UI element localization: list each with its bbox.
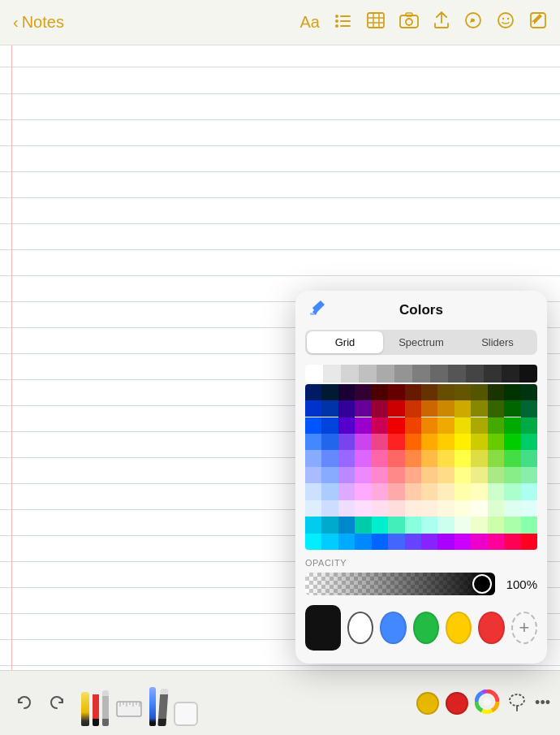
color-cell[interactable] [421, 483, 437, 499]
color-cell[interactable] [488, 434, 504, 450]
color-cell[interactable] [504, 384, 520, 400]
color-cell[interactable] [448, 365, 466, 383]
color-cell[interactable] [488, 517, 504, 533]
color-cell[interactable] [521, 384, 537, 400]
add-swatch-button[interactable]: + [511, 612, 537, 644]
color-cell[interactable] [521, 417, 537, 434]
color-cell[interactable] [437, 417, 454, 434]
color-cell[interactable] [405, 384, 421, 400]
color-cell[interactable] [405, 450, 421, 466]
color-cell[interactable] [372, 450, 388, 466]
color-cell[interactable] [437, 467, 454, 483]
color-cell[interactable] [454, 434, 471, 450]
swatch-blue[interactable] [380, 612, 406, 644]
color-cell[interactable] [321, 384, 338, 400]
emoji-icon[interactable] [497, 11, 515, 33]
color-cell[interactable] [521, 450, 537, 466]
color-cell[interactable] [504, 483, 520, 499]
color-cell[interactable] [484, 365, 502, 383]
color-cell[interactable] [471, 450, 487, 466]
color-cell[interactable] [471, 417, 487, 434]
color-cell[interactable] [394, 365, 412, 383]
color-cell[interactable] [321, 400, 338, 417]
color-cell[interactable] [388, 434, 404, 450]
notes-back-button[interactable]: Notes [22, 13, 64, 32]
color-cell[interactable] [388, 500, 404, 517]
camera-icon[interactable] [399, 12, 419, 32]
color-cell[interactable] [338, 384, 355, 400]
color-cell[interactable] [321, 417, 338, 434]
color-cell[interactable] [437, 384, 454, 400]
color-cell[interactable] [372, 384, 388, 400]
color-cell[interactable] [305, 384, 321, 400]
color-cell[interactable] [388, 384, 404, 400]
color-cell[interactable] [321, 483, 338, 499]
color-cell[interactable] [321, 434, 338, 450]
color-cell[interactable] [355, 467, 371, 483]
color-cell[interactable] [421, 534, 437, 550]
color-cell[interactable] [437, 400, 454, 417]
color-cell[interactable] [488, 467, 504, 483]
color-cell[interactable] [321, 450, 338, 466]
color-cell[interactable] [454, 384, 471, 400]
color-cell[interactable] [355, 400, 371, 417]
color-cell[interactable] [405, 400, 421, 417]
color-dot-yellow[interactable] [416, 692, 439, 715]
color-cell[interactable] [338, 534, 355, 550]
marker-yellow-tool[interactable] [81, 681, 89, 726]
color-cell[interactable] [504, 417, 520, 434]
color-cell[interactable] [412, 365, 430, 383]
color-cell[interactable] [421, 434, 437, 450]
color-cell[interactable] [338, 517, 355, 533]
color-cell[interactable] [430, 365, 448, 383]
color-cell[interactable] [321, 500, 338, 517]
color-cell[interactable] [454, 400, 471, 417]
color-cell[interactable] [519, 365, 537, 383]
color-cell[interactable] [305, 467, 321, 483]
color-cell[interactable] [521, 400, 537, 417]
swatch-white[interactable] [347, 612, 373, 644]
color-cell[interactable] [504, 517, 520, 533]
opacity-slider[interactable] [305, 573, 495, 595]
swatch-red[interactable] [478, 612, 504, 644]
color-cell[interactable] [305, 434, 321, 450]
color-cell[interactable] [454, 534, 471, 550]
color-cell[interactable] [471, 483, 487, 499]
color-cell[interactable] [521, 500, 537, 517]
color-cell[interactable] [372, 417, 388, 434]
color-cell[interactable] [372, 517, 388, 533]
redo-button[interactable] [42, 689, 71, 718]
color-cell[interactable] [388, 450, 404, 466]
color-cell[interactable] [504, 400, 520, 417]
color-cell[interactable] [405, 483, 421, 499]
color-dot-red[interactable] [446, 692, 468, 715]
markup-icon[interactable] [464, 11, 482, 33]
more-tools-button[interactable]: ••• [535, 694, 550, 711]
color-cell[interactable] [421, 450, 437, 466]
color-cell[interactable] [388, 517, 404, 533]
color-cell[interactable] [321, 534, 338, 550]
ruler-tool[interactable] [115, 695, 143, 726]
table-icon[interactable] [367, 12, 385, 32]
color-cell-white[interactable] [305, 365, 323, 383]
color-cell[interactable] [454, 450, 471, 466]
share-icon[interactable] [433, 11, 450, 33]
color-cell[interactable] [305, 417, 321, 434]
color-cell[interactable] [504, 450, 520, 466]
color-cell[interactable] [466, 365, 484, 383]
lasso-tool[interactable] [506, 690, 528, 716]
color-cell[interactable] [521, 483, 537, 499]
color-cell[interactable] [372, 467, 388, 483]
color-cell[interactable] [488, 500, 504, 517]
color-cell[interactable] [355, 483, 371, 499]
color-cell[interactable] [504, 467, 520, 483]
color-cell[interactable] [421, 500, 437, 517]
color-cell[interactable] [471, 400, 487, 417]
color-cell[interactable] [377, 365, 394, 383]
color-cell[interactable] [305, 450, 321, 466]
swatch-black[interactable] [305, 605, 341, 651]
eraser-tool[interactable] [174, 702, 198, 726]
color-cell[interactable] [471, 517, 487, 533]
color-cell[interactable] [437, 483, 454, 499]
color-cell[interactable] [454, 517, 471, 533]
